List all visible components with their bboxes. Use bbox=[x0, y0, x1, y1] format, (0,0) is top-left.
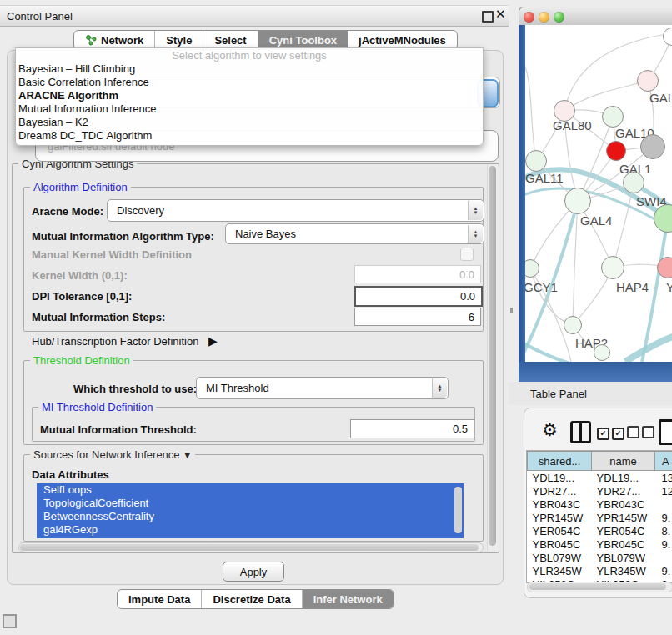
table-row[interactable]: YLR345WYLR345W9. bbox=[528, 564, 672, 578]
network-canvas[interactable]: GALGAL80GAL10GAL1GAL11SWI4GAL4GCY1HAP4YH… bbox=[525, 25, 672, 362]
hub-definition-toggle[interactable]: Hub/Transcription Factor Definition ▶ bbox=[32, 334, 218, 348]
table-row[interactable]: YPR145WYPR145W9. bbox=[528, 511, 672, 524]
table-cell[interactable]: YBR043C bbox=[592, 498, 655, 511]
network-node[interactable] bbox=[637, 70, 659, 92]
attribute-list-item[interactable]: SelfLoops bbox=[37, 483, 464, 497]
network-node[interactable] bbox=[525, 150, 547, 172]
table-row[interactable]: YBR043CYBR043C bbox=[528, 498, 672, 511]
settings-scrollbar[interactable] bbox=[487, 164, 498, 551]
deselect-all-columns-icon[interactable] bbox=[627, 426, 657, 441]
column-header-third[interactable]: A bbox=[655, 452, 672, 471]
algorithm-dropdown-popup: Select algorithm to view settings Bayesi… bbox=[15, 48, 484, 146]
table-cell[interactable]: YDL19... bbox=[592, 471, 655, 485]
table-cell[interactable]: 9. bbox=[655, 564, 672, 578]
tab-cyni-toolbox[interactable]: Cyni Toolbox bbox=[258, 31, 348, 49]
minimize-traffic-light-icon[interactable] bbox=[539, 12, 549, 22]
aracne-mode-combobox[interactable]: Discovery ▲▼ bbox=[107, 199, 484, 222]
algorithm-option[interactable]: Bayesian – Hill Climbing bbox=[16, 62, 483, 76]
manual-kernel-width-checkbox[interactable] bbox=[460, 248, 474, 261]
settings-scrollbar-thumb[interactable] bbox=[489, 166, 496, 546]
table-cell[interactable]: YBR043C bbox=[528, 498, 592, 511]
algorithm-option[interactable]: Mutual Information Inference bbox=[16, 102, 483, 116]
table-cell[interactable]: YER054C bbox=[592, 524, 655, 538]
table-row[interactable]: YDR27...YDR27...12 bbox=[528, 484, 672, 498]
manual-kernel-width-label: Manual Kernel Width Definition bbox=[32, 248, 192, 261]
algorithm-option[interactable]: Basic Correlation Inference bbox=[16, 76, 483, 89]
docked-panel-icon[interactable] bbox=[3, 614, 17, 628]
network-node[interactable] bbox=[564, 188, 591, 214]
algorithm-option[interactable]: Dream8 DC_TDC Algorithm bbox=[16, 129, 483, 142]
float-window-icon[interactable] bbox=[482, 11, 494, 22]
select-all-columns-icon[interactable]: ✔✔ bbox=[597, 426, 627, 440]
network-node[interactable] bbox=[640, 134, 665, 159]
tab-style[interactable]: Style bbox=[155, 31, 203, 49]
attribute-list-item[interactable]: gal4RGexp bbox=[37, 523, 464, 537]
table-cell[interactable]: 9. bbox=[655, 511, 672, 524]
control-panel-title: Control Panel bbox=[7, 10, 73, 22]
stepper-icon: ▲▼ bbox=[468, 201, 483, 220]
table-cell[interactable]: YBL079W bbox=[528, 551, 592, 564]
network-node[interactable] bbox=[601, 256, 624, 279]
table-cell[interactable]: YBR045C bbox=[528, 538, 592, 551]
settings-hscrollbar[interactable] bbox=[18, 542, 484, 552]
table-cell[interactable]: YPR145W bbox=[528, 511, 592, 524]
network-node[interactable] bbox=[606, 141, 626, 161]
table-row[interactable]: YDL19...YDL19...13 bbox=[528, 471, 672, 485]
kernel-width-field[interactable]: 0.0 bbox=[354, 265, 481, 283]
apply-button[interactable]: Apply bbox=[223, 562, 284, 582]
tab-impute-data[interactable]: Impute Data bbox=[118, 590, 202, 608]
table-cell[interactable]: YLR345W bbox=[592, 564, 655, 578]
tab-discretize-data[interactable]: Discretize Data bbox=[202, 590, 302, 608]
attribute-list-scrollbar-thumb[interactable] bbox=[454, 487, 462, 533]
columns-icon[interactable] bbox=[570, 421, 591, 443]
aracne-mode-label: Aracne Mode: bbox=[32, 205, 103, 218]
tab-jactivemnodules[interactable]: jActiveMNodules bbox=[348, 31, 457, 49]
table-cell[interactable] bbox=[655, 551, 672, 564]
table-hscrollbar[interactable] bbox=[527, 582, 672, 592]
gear-icon[interactable]: ⚙ bbox=[542, 420, 558, 440]
network-node[interactable] bbox=[564, 316, 582, 334]
column-header-shared-name[interactable]: shared... bbox=[528, 452, 592, 471]
close-traffic-light-icon[interactable] bbox=[524, 12, 534, 22]
table-hscrollbar-thumb[interactable] bbox=[529, 583, 666, 590]
attribute-list-item[interactable]: BetweennessCentrality bbox=[37, 510, 464, 523]
table-cell[interactable]: YDR27... bbox=[592, 484, 655, 498]
table-cell[interactable]: 12 bbox=[655, 484, 672, 498]
table-row[interactable]: YBL079WYBL079W bbox=[528, 551, 672, 564]
table-cell[interactable]: YLR345W bbox=[528, 564, 592, 578]
table-cell[interactable]: YDR27... bbox=[528, 484, 592, 498]
table-cell[interactable]: YPR145W bbox=[592, 511, 655, 524]
table-cell[interactable]: 8. bbox=[655, 524, 672, 538]
algorithm-option[interactable]: Bayesian – K2 bbox=[16, 116, 483, 129]
table-cell[interactable]: YBR045C bbox=[592, 538, 655, 551]
attribute-list-item[interactable]: TopologicalCoefficient bbox=[37, 497, 464, 510]
network-node[interactable] bbox=[623, 172, 644, 193]
mi-threshold-field[interactable]: 0.5 bbox=[350, 419, 474, 438]
network-node[interactable] bbox=[602, 106, 624, 128]
algorithm-option[interactable]: ARACNE Algorithm bbox=[16, 89, 483, 102]
data-attributes-list[interactable]: SelfLoopsTopologicalCoefficientBetweenne… bbox=[37, 483, 464, 538]
tab-infer-network[interactable]: Infer Network bbox=[303, 590, 394, 608]
mi-algorithm-type-combobox[interactable]: Naive Bayes ▲▼ bbox=[225, 223, 484, 244]
split-pane-handle[interactable] bbox=[510, 308, 513, 313]
close-icon[interactable]: ✕ bbox=[495, 7, 506, 22]
table-cell[interactable]: YER054C bbox=[528, 524, 592, 538]
dpi-tolerance-field[interactable]: 0.0 bbox=[354, 286, 483, 307]
mi-steps-field[interactable]: 6 bbox=[354, 308, 481, 326]
node-table[interactable]: shared... name A YDL19...YDL19...13YDR27… bbox=[526, 450, 672, 583]
which-threshold-combobox[interactable]: MI Threshold ▲▼ bbox=[196, 377, 449, 399]
column-header-name[interactable]: name bbox=[592, 452, 655, 471]
table-cell[interactable]: 9. bbox=[655, 538, 672, 551]
settings-hscrollbar-thumb[interactable] bbox=[20, 544, 479, 551]
table-cell[interactable]: YDL19... bbox=[528, 471, 592, 485]
table-row[interactable]: YBR045CYBR045C9. bbox=[528, 538, 672, 551]
table-cell[interactable]: YBL079W bbox=[592, 551, 655, 564]
table-cell[interactable] bbox=[655, 498, 672, 511]
new-table-icon[interactable] bbox=[659, 419, 672, 445]
table-cell[interactable]: 13 bbox=[655, 471, 672, 485]
network-node[interactable] bbox=[594, 344, 610, 361]
table-row[interactable]: YER054CYER054C8. bbox=[528, 524, 672, 538]
tab-select[interactable]: Select bbox=[203, 31, 258, 49]
zoom-traffic-light-icon[interactable] bbox=[554, 12, 564, 22]
tab-network[interactable]: Network bbox=[74, 31, 155, 49]
